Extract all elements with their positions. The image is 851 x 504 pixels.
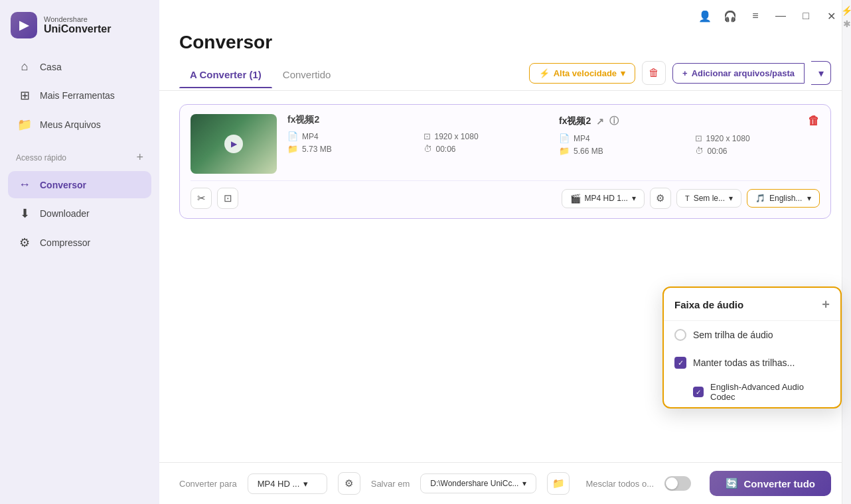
add-files-label: Adicionar arquivos/pasta bbox=[692, 68, 795, 78]
sidebar-item-downloader[interactable]: ⬇ Downloader bbox=[8, 200, 151, 227]
bottom-bar: Converter para MP4 HD ... ▾ ⚙ Salvar em … bbox=[159, 462, 851, 504]
user-button[interactable]: 👤 bbox=[696, 7, 714, 25]
speed-label: Alta velocidade bbox=[554, 68, 617, 78]
bottom-path-select[interactable]: D:\Wondershare UniCc... ▾ bbox=[420, 473, 536, 493]
menu-button[interactable]: ≡ bbox=[746, 7, 765, 25]
dropdown-title: Faixa de áudio bbox=[674, 299, 743, 310]
file-delete-button[interactable]: 🗑 bbox=[808, 114, 820, 128]
tab-to-convert[interactable]: A Converter (1) bbox=[179, 64, 272, 88]
close-button[interactable]: ✕ bbox=[822, 7, 840, 25]
no-audio-option[interactable]: Sem trilha de áudio bbox=[664, 321, 840, 349]
settings-button[interactable]: ⚙ bbox=[650, 188, 671, 209]
cut-button[interactable]: ✂ bbox=[191, 188, 212, 209]
sidebar-item-files[interactable]: 📁 Meus Arquivos bbox=[8, 111, 151, 139]
delete-icon: 🗑 bbox=[649, 67, 659, 79]
file-card-top: ▶ fx视频2 📄 MP4 ⊡ 1920 x 1080 bbox=[191, 114, 820, 174]
speed-button[interactable]: ⚡ Alta velocidade ▾ bbox=[529, 63, 635, 84]
minimize-button[interactable]: — bbox=[771, 7, 790, 25]
app-logo-icon: ▶ bbox=[11, 12, 37, 38]
convert-to-label: Converter para bbox=[179, 479, 237, 489]
tabs: A Converter (1) Convertido bbox=[179, 64, 341, 88]
output-size-icon: 📁 bbox=[559, 146, 570, 156]
bottom-settings-button[interactable]: ⚙ bbox=[338, 472, 360, 495]
sidebar-item-label-home: Casa bbox=[40, 62, 62, 72]
logo-text: Wondershare UniConverter bbox=[44, 15, 111, 35]
sidebar-item-converter[interactable]: ↔ Conversor bbox=[8, 171, 151, 198]
info-icon[interactable]: ⓘ bbox=[609, 115, 619, 127]
sidebar-item-home[interactable]: ⌂ Casa bbox=[8, 53, 151, 80]
crop-button[interactable]: ⊡ bbox=[217, 188, 238, 209]
subtitle-icon: T bbox=[685, 194, 690, 202]
quick-access-plus-button[interactable]: + bbox=[136, 151, 143, 164]
settings-icon: ⚙ bbox=[656, 192, 664, 204]
audio-chevron-icon: ▾ bbox=[807, 194, 811, 203]
output-duration: 00:06 bbox=[708, 147, 728, 156]
keep-all-label: Manter todas as trilhas... bbox=[693, 357, 795, 368]
play-button[interactable]: ▶ bbox=[224, 135, 243, 153]
output-resolution: 1920 x 1080 bbox=[706, 134, 750, 143]
bottom-folder-button[interactable]: 📁 bbox=[547, 472, 570, 495]
subtitle-button[interactable]: T Sem le... ▾ bbox=[676, 189, 741, 208]
bottom-format-select[interactable]: MP4 HD ... ▾ bbox=[248, 473, 327, 494]
quick-access-header: Acesso rápido + bbox=[0, 141, 159, 168]
bottom-path-chevron-icon: ▾ bbox=[522, 479, 526, 488]
output-filename-row: fx视频2 ↗ ⓘ 🗑 bbox=[559, 114, 820, 128]
video-icon: 🎬 bbox=[570, 194, 581, 204]
audio-dropdown-panel: Faixa de áudio + Sem trilha de áudio ✓ M… bbox=[662, 286, 842, 409]
compressor-icon: ⚙ bbox=[17, 235, 32, 250]
output-size: 5.66 MB bbox=[574, 147, 603, 156]
no-audio-label: Sem trilha de áudio bbox=[693, 330, 773, 340]
add-files-chevron-button[interactable]: ▾ bbox=[811, 61, 831, 85]
delete-button[interactable]: 🗑 bbox=[642, 61, 666, 85]
lightning-icon: ⚡ bbox=[539, 68, 550, 78]
dropdown-header: Faixa de áudio + bbox=[664, 288, 840, 321]
sidebar-item-compressor[interactable]: ⚙ Compressor bbox=[8, 229, 151, 257]
scroll-icon-2: ✱ bbox=[843, 19, 851, 29]
add-files-button[interactable]: + Adicionar arquivos/pasta bbox=[672, 63, 805, 84]
keep-all-checkbox[interactable]: ✓ bbox=[674, 357, 686, 369]
maximize-button[interactable]: □ bbox=[797, 7, 815, 25]
subtitle-chevron-icon: ▾ bbox=[729, 194, 733, 203]
tab-converted[interactable]: Convertido bbox=[272, 64, 342, 88]
format-select-button[interactable]: 🎬 MP4 HD 1... ▾ bbox=[562, 189, 645, 208]
sidebar: ▶ Wondershare UniConverter ⌂ Casa ⊞ Mais… bbox=[0, 0, 159, 504]
output-duration-icon: ⏱ bbox=[695, 146, 704, 156]
main-area: 👤 🎧 ≡ — □ ✕ Conversor A Converter (1) Co… bbox=[159, 0, 851, 504]
toggle-knob bbox=[666, 477, 678, 489]
output-size-item: 📁 5.66 MB bbox=[559, 146, 684, 156]
merge-toggle[interactable] bbox=[664, 476, 691, 491]
logo-area: ▶ Wondershare UniConverter bbox=[0, 0, 159, 50]
file-card: ▶ fx视频2 📄 MP4 ⊡ 1920 x 1080 bbox=[179, 104, 831, 219]
output-resolution-icon: ⊡ bbox=[695, 133, 702, 143]
bottom-format-chevron-icon: ▾ bbox=[303, 479, 308, 489]
right-scrollbar: ⚡ ✱ bbox=[842, 0, 851, 504]
dropdown-add-button[interactable]: + bbox=[822, 297, 830, 312]
merge-label: Mesclar todos o... bbox=[585, 479, 654, 489]
subtitle-label: Sem le... bbox=[694, 194, 725, 203]
source-file-info: fx视频2 📄 MP4 ⊡ 1920 x 1080 📁 bbox=[287, 114, 548, 154]
english-aac-checkbox[interactable]: ✓ bbox=[693, 387, 704, 397]
product-name: UniConverter bbox=[44, 23, 111, 35]
source-meta: 📄 MP4 ⊡ 1920 x 1080 📁 5.73 MB bbox=[287, 131, 548, 154]
source-format: MP4 bbox=[302, 132, 319, 141]
external-link-icon[interactable]: ↗ bbox=[596, 116, 604, 127]
convert-all-button[interactable]: 🔄 Converter tudo bbox=[710, 471, 831, 496]
sidebar-item-tools[interactable]: ⊞ Mais Ferramentas bbox=[8, 82, 151, 109]
no-audio-radio[interactable] bbox=[674, 329, 686, 341]
converter-icon: ↔ bbox=[17, 178, 32, 192]
video-thumbnail[interactable]: ▶ bbox=[191, 114, 277, 174]
audio-select-button[interactable]: 🎵 English... ▾ bbox=[747, 189, 820, 208]
source-resolution-item: ⊡ 1920 x 1080 bbox=[424, 131, 549, 141]
source-resolution: 1920 x 1080 bbox=[435, 132, 479, 141]
output-format: MP4 bbox=[574, 134, 590, 143]
source-size-item: 📁 5.73 MB bbox=[287, 144, 413, 154]
tabs-row: A Converter (1) Convertido ⚡ Alta veloci… bbox=[159, 53, 851, 91]
speed-chevron-icon: ▾ bbox=[621, 68, 625, 78]
english-aac-sub-option[interactable]: ✓ English-Advanced Audio Codec bbox=[664, 377, 840, 407]
keep-all-option[interactable]: ✓ Manter todas as trilhas... bbox=[664, 349, 840, 377]
duration-icon: ⏱ bbox=[424, 144, 432, 154]
source-size: 5.73 MB bbox=[302, 145, 332, 154]
bottom-settings-icon: ⚙ bbox=[345, 477, 353, 489]
headphones-button[interactable]: 🎧 bbox=[721, 7, 739, 25]
audio-label: English... bbox=[769, 194, 802, 203]
